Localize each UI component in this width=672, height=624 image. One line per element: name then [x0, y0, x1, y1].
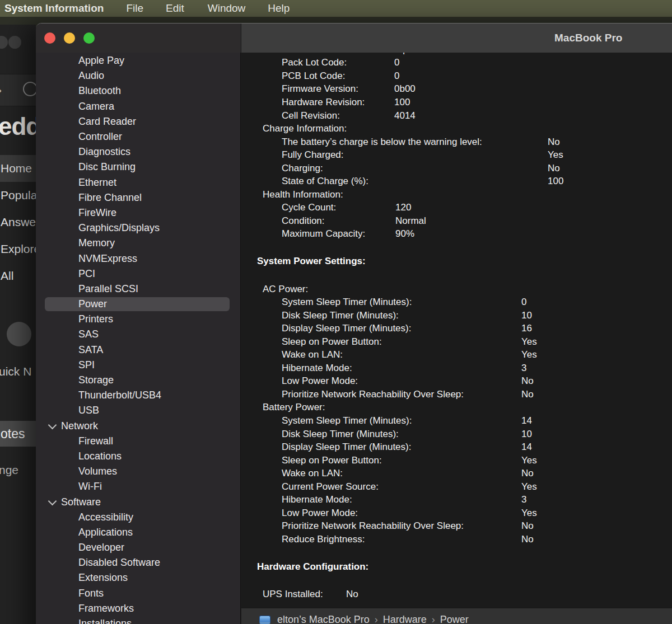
sidebar-item-audio[interactable]: Audio [36, 68, 240, 83]
info-row: Firmware Version:0b00 [241, 83, 672, 96]
info-label: Condition: [282, 215, 325, 227]
breadcrumb-item-elton-s-macbook-pro: elton’s MacBook Pro [277, 614, 370, 624]
status-bar: elton’s MacBook Pro›Hardware›Power [241, 608, 672, 624]
sidebar-item-storage[interactable]: Storage [36, 373, 240, 388]
sidebar-item-label: USB [36, 405, 99, 416]
breadcrumb-item-hardware: Hardware [383, 614, 427, 624]
sidebar-item-disabled-software[interactable]: Disabled Software [36, 555, 240, 570]
sidebar-item-extensions[interactable]: Extensions [36, 570, 240, 585]
info-row: The battery’s charge is below the warnin… [241, 135, 672, 149]
window-title: MacBook Pro [554, 24, 622, 53]
menu-item-help[interactable]: Help [268, 2, 290, 14]
sidebar-item-printers[interactable]: Printers [36, 312, 240, 327]
sidebar-item-locations[interactable]: Locations [36, 449, 240, 464]
forward-arrow-icon[interactable]: › [0, 81, 2, 99]
info-label: Hardware Revision: [282, 97, 365, 108]
sidebar-item-apple-pay[interactable]: Apple Pay [36, 53, 240, 68]
sidebar-item-memory[interactable]: Memory [36, 236, 240, 251]
title-bar: MacBook Pro [36, 24, 672, 53]
sidebar-item-graphics-displays[interactable]: Graphics/Displays [36, 220, 240, 236]
sidebar-item-volumes[interactable]: Volumes [36, 464, 240, 479]
background-item-highlighted[interactable]: otes [0, 421, 36, 447]
sidebar-item-pci[interactable]: PCI [36, 266, 240, 281]
sidebar-item-label: Storage [36, 374, 114, 386]
menu-item-edit[interactable]: Edit [166, 2, 184, 14]
sidebar-item-ethernet[interactable]: Ethernet [36, 175, 240, 190]
sidebar-item-all[interactable]: All [0, 262, 36, 289]
background-window[interactable]: › eddi HomePopularAnswersExploreAll uick… [0, 25, 36, 624]
sidebar-item-firewall[interactable]: Firewall [36, 434, 240, 449]
sidebar-item-bluetooth[interactable]: Bluetooth [36, 83, 240, 98]
sidebar-item-card-reader[interactable]: Card Reader [36, 114, 240, 129]
sidebar-item-usb[interactable]: USB [36, 403, 240, 418]
avatar[interactable] [7, 322, 31, 346]
screen: System Information FileEditWindowHelp › … [0, 0, 672, 624]
sidebar-item-software[interactable]: Software [36, 494, 240, 509]
info-label: Cell Revision: [282, 110, 340, 121]
sidebar-item-network[interactable]: Network [36, 419, 240, 434]
background-text-partial[interactable]: nge [0, 463, 18, 477]
info-row: Sleep on Power Button:Yes [241, 335, 672, 349]
sidebar-item-installations[interactable]: Installations [36, 616, 240, 624]
background-toolbar: › [0, 74, 36, 106]
info-label: UPS Installed: [263, 589, 323, 600]
chevron-down-icon [48, 496, 57, 505]
sidebar-item-developer[interactable]: Developer [36, 540, 240, 555]
sidebar-item-firewire[interactable]: FireWire [36, 205, 240, 220]
sidebar-item-accessibility[interactable]: Accessibility [36, 510, 240, 525]
background-traffic-light-icon[interactable] [8, 36, 21, 49]
info-value: Yes [521, 349, 537, 360]
sidebar-item-popular[interactable]: Popular [0, 182, 36, 209]
sidebar-item-spi[interactable]: SPI [36, 358, 240, 373]
info-label: Health Information: [263, 189, 343, 200]
sidebar-item-fibre-channel[interactable]: Fibre Channel [36, 190, 240, 205]
sidebar-item-power[interactable]: Power [36, 297, 240, 312]
zoom-icon[interactable] [83, 32, 95, 44]
sidebar-item-thunderbolt-usb4[interactable]: Thunderbolt/USB4 [36, 388, 240, 403]
content-pane: Device Name:bq40z651Pack Lot Code:0PCB L… [241, 53, 672, 624]
info-row: Hardware Configuration: [241, 560, 672, 574]
sidebar-item-parallel-scsi[interactable]: Parallel SCSI [36, 281, 240, 297]
sidebar-item-diagnostics[interactable]: Diagnostics [36, 144, 240, 159]
info-value: 0 [521, 297, 526, 308]
info-row: Low Power Mode:No [241, 375, 672, 388]
info-label: The battery’s charge is below the warnin… [282, 137, 482, 148]
sidebar-item-label: Software [61, 496, 101, 508]
sidebar-item-sata[interactable]: SATA [36, 343, 240, 358]
background-text-quick[interactable]: uick N [0, 365, 31, 378]
sidebar-item-label: Extensions [36, 572, 128, 584]
sidebar-item-label: Audio [36, 70, 104, 82]
sidebar-item-label: Fonts [36, 588, 104, 599]
close-icon[interactable] [44, 32, 55, 44]
sidebar-item-frameworks[interactable]: Frameworks [36, 601, 240, 616]
sidebar-item-disc-burning[interactable]: Disc Burning [36, 159, 240, 175]
background-traffic-light-icon[interactable] [0, 36, 8, 49]
info-row: Disk Sleep Timer (Minutes):10 [241, 309, 672, 322]
info-label: Wake on LAN: [282, 468, 343, 479]
sidebar-item-explore[interactable]: Explore [0, 236, 36, 262]
info-label: Charging: [282, 163, 323, 174]
info-value: 3 [521, 494, 526, 505]
sidebar-item-answers[interactable]: Answers [0, 209, 36, 236]
sidebar-item-sas[interactable]: SAS [36, 327, 240, 342]
sidebar-item-nvmexpress[interactable]: NVMExpress [36, 251, 240, 266]
info-value: Yes [548, 149, 563, 161]
sidebar-item-fonts[interactable]: Fonts [36, 586, 240, 601]
info-label: Hibernate Mode: [282, 363, 352, 374]
sidebar-item-wi-fi[interactable]: Wi-Fi [36, 479, 240, 494]
menu-item-window[interactable]: Window [208, 2, 246, 14]
menu-app-name[interactable]: System Information [4, 2, 104, 15]
sidebar-item-controller[interactable]: Controller [36, 129, 240, 144]
info-row: Prioritize Network Reachability Over Sle… [241, 388, 672, 401]
info-row: Charge Information: [241, 122, 672, 135]
sidebar-item-label: Frameworks [36, 603, 134, 614]
sidebar-item-home[interactable]: Home [0, 155, 36, 182]
sidebar-item-label: Developer [36, 542, 124, 553]
info-row: Battery Power: [241, 401, 672, 415]
minimize-icon[interactable] [64, 32, 75, 44]
menu-item-file[interactable]: File [126, 2, 143, 14]
sidebar-item-applications[interactable]: Applications [36, 525, 240, 540]
sidebar-item-camera[interactable]: Camera [36, 99, 240, 114]
info-row: State of Charge (%):100 [241, 175, 672, 188]
info-value: 14 [521, 442, 532, 453]
